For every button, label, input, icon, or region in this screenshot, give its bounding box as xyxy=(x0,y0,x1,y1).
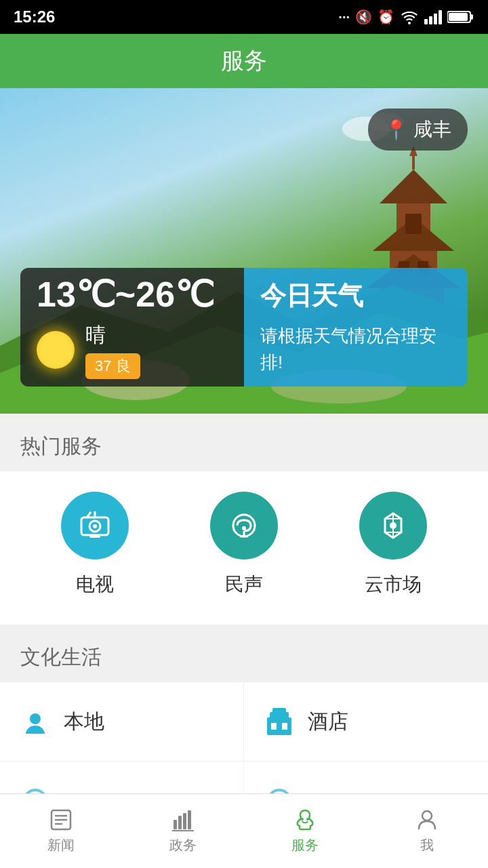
weather-sunny-row: 晴 37 良 xyxy=(37,321,140,379)
status-bar: 15:26 ··· 🔇 ⏰ xyxy=(0,0,488,34)
culture-label-local: 本地 xyxy=(64,708,104,736)
voice-icon-circle xyxy=(210,492,278,559)
signal-icon: ··· xyxy=(338,9,350,25)
culture-label-hotel: 酒店 xyxy=(308,708,348,736)
alarm-icon: ⏰ xyxy=(378,9,394,25)
svg-point-37 xyxy=(390,522,396,529)
me-nav-icon xyxy=(415,808,439,832)
culture-item-hotel[interactable]: 酒店 xyxy=(244,682,488,762)
header-title: 服务 xyxy=(221,45,267,77)
tv-icon-circle xyxy=(61,492,129,559)
svg-rect-43 xyxy=(282,723,287,730)
culture-section-label: 文化生活 xyxy=(0,625,488,682)
weather-description: 请根据天气情况合理安排! xyxy=(260,323,451,376)
weather-left-panel: 13℃~26℃ 晴 37 良 xyxy=(20,268,244,387)
weather-card: 13℃~26℃ 晴 37 良 今日天气 请根据天气情况合理安排! xyxy=(20,268,468,387)
service-item-tv[interactable]: 电视 xyxy=(61,492,129,597)
sun-icon xyxy=(37,331,75,369)
svg-rect-1 xyxy=(429,16,432,24)
svg-rect-27 xyxy=(89,535,100,538)
mute-icon: 🔇 xyxy=(355,9,372,25)
weather-temperature: 13℃~26℃ xyxy=(37,275,214,314)
svg-rect-17 xyxy=(405,214,422,234)
service-nav-icon xyxy=(293,808,317,832)
market-icon-circle xyxy=(359,492,427,559)
status-time: 15:26 xyxy=(14,7,55,26)
svg-rect-3 xyxy=(439,10,442,24)
battery-icon xyxy=(447,10,474,24)
location-badge[interactable]: 📍 咸丰 xyxy=(368,108,468,151)
svg-rect-0 xyxy=(424,19,428,24)
service-item-voice[interactable]: 民声 xyxy=(210,492,278,597)
svg-rect-55 xyxy=(188,810,191,829)
svg-point-59 xyxy=(422,811,432,821)
service-label-voice: 民声 xyxy=(225,572,263,597)
nav-item-me[interactable]: 我 xyxy=(366,794,488,868)
svg-point-57 xyxy=(301,818,304,821)
service-label-tv: 电视 xyxy=(76,572,114,597)
weather-condition: 晴 xyxy=(85,321,140,349)
news-nav-label: 新闻 xyxy=(47,836,75,854)
weather-today-label: 今日天气 xyxy=(260,279,363,313)
weather-right-panel: 今日天气 请根据天气情况合理安排! xyxy=(244,268,468,387)
svg-rect-42 xyxy=(271,723,277,730)
gov-nav-label: 政务 xyxy=(169,836,197,854)
svg-point-38 xyxy=(30,713,41,724)
aqi-badge: 37 良 xyxy=(85,353,140,379)
svg-rect-52 xyxy=(174,820,177,829)
svg-marker-10 xyxy=(380,170,447,203)
location-name: 咸丰 xyxy=(413,117,451,142)
svg-point-26 xyxy=(93,524,97,528)
service-nav-label: 服务 xyxy=(291,836,319,854)
svg-rect-41 xyxy=(272,708,286,713)
gov-nav-icon xyxy=(171,808,195,832)
app-header: 服务 xyxy=(0,34,488,88)
nav-item-news[interactable]: 新闻 xyxy=(0,794,122,868)
service-item-market[interactable]: 云市场 xyxy=(359,492,427,597)
nav-item-gov[interactable]: 政务 xyxy=(122,794,244,868)
svg-rect-54 xyxy=(183,813,186,829)
svg-rect-2 xyxy=(434,14,437,24)
me-nav-label: 我 xyxy=(420,836,434,854)
hero-section: 📍 咸丰 13℃~26℃ 晴 37 良 今日天气 请根据天气情况合理安排! xyxy=(0,88,488,414)
svg-point-58 xyxy=(306,818,309,821)
nav-item-service[interactable]: 服务 xyxy=(244,794,366,868)
news-nav-icon xyxy=(49,808,73,832)
location-pin-icon: 📍 xyxy=(384,119,408,141)
svg-rect-6 xyxy=(449,13,468,21)
cellular-icon xyxy=(424,9,442,24)
local-icon xyxy=(20,707,50,736)
svg-rect-5 xyxy=(470,14,473,20)
wifi-icon xyxy=(400,9,419,24)
svg-rect-53 xyxy=(178,816,182,829)
service-icons-row: 电视 民声 xyxy=(0,492,488,597)
status-icons: ··· 🔇 ⏰ xyxy=(338,9,474,25)
bottom-navigation: 新闻 政务 服务 xyxy=(0,793,488,868)
svg-rect-39 xyxy=(267,717,291,735)
hotel-icon xyxy=(264,707,294,736)
hot-services-section: 热门服务 电视 xyxy=(0,414,488,625)
svg-point-31 xyxy=(242,526,246,530)
service-label-market: 云市场 xyxy=(365,572,422,597)
culture-item-local[interactable]: 本地 xyxy=(0,682,244,762)
hot-services-grid: 电视 民声 xyxy=(0,471,488,625)
hot-services-label: 热门服务 xyxy=(0,414,488,471)
